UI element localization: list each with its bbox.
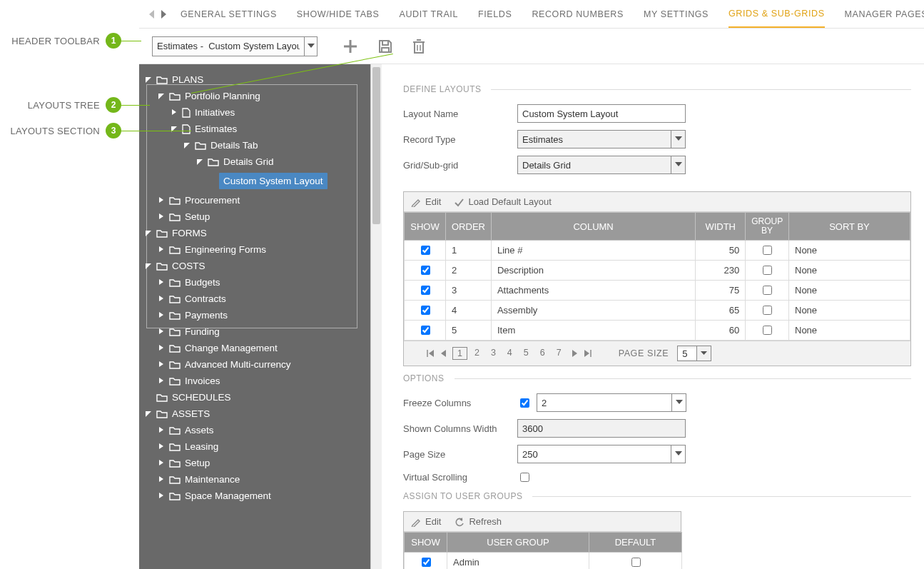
- freeze-columns-checkbox[interactable]: [520, 398, 529, 408]
- pager-page-7[interactable]: 7: [552, 347, 566, 360]
- save-button[interactable]: [377, 39, 393, 54]
- row-sortby: None: [789, 321, 910, 341]
- tree-details-tab[interactable]: Details Tab: [183, 137, 365, 153]
- tree-maintenance[interactable]: Maintenance: [158, 471, 365, 488]
- tree-estimates[interactable]: Estimates: [171, 121, 365, 137]
- tree-procurement[interactable]: Procurement: [158, 192, 365, 208]
- tab-show-hide-tabs[interactable]: SHOW/HIDE TABS: [297, 0, 380, 28]
- tree-scroll-thumb[interactable]: [372, 67, 380, 224]
- pager-page-6[interactable]: 6: [536, 347, 549, 360]
- svg-marker-28: [159, 361, 163, 367]
- layout-name-input[interactable]: [517, 104, 686, 123]
- row-groupby-checkbox[interactable]: [763, 286, 772, 295]
- tab-fields[interactable]: FIELDS: [478, 0, 512, 28]
- row-width: 75: [696, 281, 746, 301]
- row-order: 5: [446, 321, 492, 341]
- row-groupby-checkbox[interactable]: [763, 246, 772, 255]
- row-show-checkbox[interactable]: [421, 266, 430, 275]
- ug-default-checkbox[interactable]: [631, 558, 641, 567]
- svg-marker-25: [159, 312, 163, 318]
- tab-general-settings[interactable]: GENERAL SETTINGS: [181, 0, 277, 28]
- freeze-columns-select[interactable]: 2: [537, 393, 686, 412]
- pager-page-5[interactable]: 5: [519, 347, 533, 360]
- tree-forms[interactable]: FORMS: [145, 225, 365, 241]
- tree-leasing[interactable]: Leasing: [158, 438, 365, 455]
- grid-subgrid-select[interactable]: Details Grid: [517, 156, 686, 174]
- pager-page-4[interactable]: 4: [503, 347, 517, 360]
- header-toolbar: [139, 29, 924, 64]
- ug-refresh-label: Refresh: [469, 516, 502, 527]
- row-show-checkbox[interactable]: [421, 326, 430, 335]
- callout-label-2: LAYOUTS TREE: [28, 100, 100, 111]
- row-show-checkbox[interactable]: [421, 286, 430, 295]
- tree-details-grid[interactable]: Details Grid: [196, 153, 365, 170]
- tree-initiatives[interactable]: Initiatives: [171, 104, 365, 121]
- tree-setup[interactable]: Setup: [158, 208, 365, 225]
- tree-advanced-multi-currency[interactable]: Advanced Multi-currency: [158, 356, 365, 373]
- tab-grids-sub-grids[interactable]: GRIDS & SUB-GRIDS: [728, 1, 825, 29]
- tree-invoices[interactable]: Invoices: [158, 373, 365, 389]
- tree-portfolio-planning[interactable]: Portfolio Planning: [158, 88, 365, 104]
- tree-contracts[interactable]: Contracts: [158, 291, 365, 307]
- ug-show-checkbox[interactable]: [422, 558, 431, 567]
- pager-page-1[interactable]: 1: [452, 347, 467, 360]
- tree-payments[interactable]: Payments: [158, 307, 365, 323]
- tree-change-management[interactable]: Change Management: [158, 340, 365, 356]
- grid-row: 4Assembly65None: [405, 301, 910, 321]
- row-groupby-checkbox[interactable]: [763, 306, 772, 315]
- load-default-layout-button[interactable]: Load Default Layout: [454, 196, 551, 207]
- layout-select-value[interactable]: [153, 41, 304, 51]
- tree-space-management[interactable]: Space Management: [158, 488, 365, 504]
- tree-custom-system-layout[interactable]: Custom System Layout: [209, 170, 365, 192]
- tab-record-numbers[interactable]: RECORD NUMBERS: [532, 0, 624, 28]
- tree-schedules[interactable]: SCHEDULES: [145, 389, 365, 406]
- tab-manager-pages[interactable]: MANAGER PAGES: [845, 0, 924, 28]
- col-show: SHOW: [405, 213, 446, 241]
- row-groupby-checkbox[interactable]: [763, 326, 772, 335]
- svg-marker-34: [159, 476, 163, 482]
- tree-scrollbar[interactable]: [370, 64, 382, 569]
- virtual-scrolling-checkbox[interactable]: [520, 473, 529, 482]
- tabs-scroll-right[interactable]: [158, 9, 169, 19]
- delete-button[interactable]: [412, 39, 426, 54]
- pager-page-3[interactable]: 3: [487, 347, 500, 360]
- row-show-checkbox[interactable]: [421, 246, 430, 255]
- col-group-by: GROUP BY: [746, 213, 789, 241]
- pager-page-size-select[interactable]: 5: [677, 346, 711, 361]
- ug-refresh-button[interactable]: Refresh: [454, 516, 502, 527]
- pager-page-2[interactable]: 2: [470, 347, 484, 360]
- pager-prev[interactable]: [440, 348, 448, 358]
- tree-funding[interactable]: Funding: [158, 323, 365, 340]
- record-type-select[interactable]: Estimates: [517, 130, 686, 148]
- add-layout-button[interactable]: [342, 38, 359, 55]
- tree-engineering-forms[interactable]: Engineering Forms: [158, 241, 365, 258]
- row-groupby-checkbox[interactable]: [763, 266, 772, 275]
- svg-marker-21: [159, 246, 163, 252]
- tab-audit-trail[interactable]: AUDIT TRAIL: [399, 0, 458, 28]
- option-page-size-select[interactable]: 250: [517, 445, 686, 463]
- pager-next[interactable]: [570, 348, 579, 358]
- svg-marker-24: [159, 296, 163, 301]
- ug-edit-button[interactable]: Edit: [411, 516, 441, 527]
- row-show-checkbox[interactable]: [421, 306, 430, 315]
- svg-marker-13: [158, 94, 164, 99]
- row-order: 2: [446, 261, 492, 281]
- pager-last[interactable]: [583, 348, 593, 358]
- tabs-scroll-left[interactable]: [146, 9, 158, 19]
- tree-budgets[interactable]: Budgets: [158, 274, 365, 291]
- col-sort-by: SORT BY: [789, 213, 910, 241]
- svg-marker-29: [159, 378, 163, 383]
- pager-first[interactable]: [425, 348, 435, 358]
- tree-setup2[interactable]: Setup: [158, 455, 365, 471]
- tree-assets-sub[interactable]: Assets: [158, 422, 365, 438]
- layout-select-caret[interactable]: [304, 37, 317, 56]
- tree-assets[interactable]: ASSETS: [145, 406, 365, 422]
- col-column: COLUMN: [491, 213, 695, 241]
- option-page-size-value: 250: [518, 449, 671, 460]
- tree-costs[interactable]: COSTS: [145, 258, 365, 274]
- tab-my-settings[interactable]: MY SETTINGS: [644, 0, 709, 28]
- layouts-tree-pane: PLANSPortfolio PlanningInitiativesEstima…: [139, 64, 382, 569]
- layout-select[interactable]: [152, 36, 318, 56]
- row-column: Description: [491, 261, 695, 281]
- grid-edit-button[interactable]: Edit: [411, 196, 441, 207]
